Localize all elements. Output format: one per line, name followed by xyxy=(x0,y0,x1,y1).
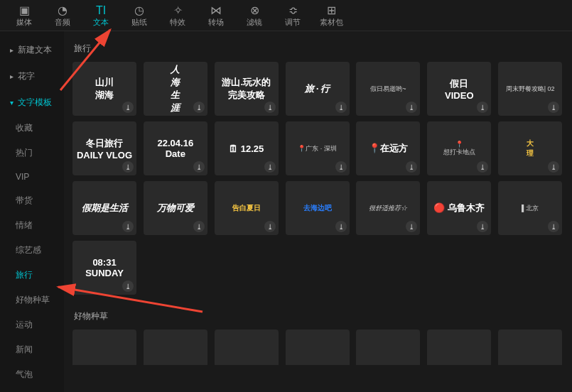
template-card[interactable]: ▌北京⤓ xyxy=(498,181,562,235)
nav-label: 转场 xyxy=(208,17,224,27)
download-icon[interactable]: ⤓ xyxy=(548,161,559,173)
card-text: 假期是生活 xyxy=(82,202,128,214)
template-card[interactable]: 假期是生活⤓ xyxy=(72,181,136,235)
nav-label: 文本 xyxy=(93,17,109,27)
template-card[interactable]: 周末野餐攻略| 02⤓ xyxy=(498,62,562,116)
top-nav-贴纸[interactable]: ◷贴纸 xyxy=(121,0,158,31)
template-card[interactable]: 游山.玩水的 完美攻略⤓ xyxy=(215,62,279,116)
sidebar-sub-情绪[interactable]: 情绪 xyxy=(0,213,64,238)
card-text: 万物可爱 xyxy=(157,202,194,214)
card-text: 人 海 生 涯 xyxy=(171,63,180,114)
download-icon[interactable]: ⤓ xyxy=(406,102,417,113)
download-icon[interactable]: ⤓ xyxy=(122,221,134,232)
card-text: 假日易逝哟~ xyxy=(370,85,406,94)
card-text: 山川 湖海 xyxy=(95,76,114,102)
top-nav-转场[interactable]: ⋈转场 xyxy=(198,0,234,31)
template-card[interactable]: 08:31 SUNDAY⤓ xyxy=(72,241,136,295)
sidebar-sub-综艺感[interactable]: 综艺感 xyxy=(0,238,64,263)
card-text: 📍在远方 xyxy=(369,142,408,155)
template-card[interactable] xyxy=(144,330,207,365)
card-text: 冬日旅行 DAILY VLOG xyxy=(77,137,132,160)
top-nav-音频[interactable]: ◔音频 xyxy=(44,0,81,31)
download-icon[interactable]: ⤓ xyxy=(406,221,417,232)
top-nav-特效[interactable]: ✧特效 xyxy=(159,0,196,31)
download-icon[interactable]: ⤓ xyxy=(193,161,205,173)
download-icon[interactable]: ⤓ xyxy=(548,102,559,113)
template-card[interactable]: 冬日旅行 DAILY VLOG⤓ xyxy=(72,121,136,175)
template-card[interactable]: 大 理⤓ xyxy=(498,121,562,175)
sidebar-sub-带货[interactable]: 带货 xyxy=(0,188,64,213)
nav-icon: ≎ xyxy=(288,4,298,17)
sidebar-sub-运动[interactable]: 运动 xyxy=(0,312,64,337)
nav-icon: ✧ xyxy=(173,4,183,17)
top-nav-媒体[interactable]: ▣媒体 xyxy=(6,0,43,31)
template-card[interactable]: 告白夏日⤓ xyxy=(215,181,279,235)
template-card[interactable]: 📍 想打卡地点⤓ xyxy=(427,121,491,175)
download-icon[interactable]: ⤓ xyxy=(477,221,488,232)
sidebar-item-文字模板[interactable]: 文字模板 xyxy=(0,89,64,116)
download-icon[interactable]: ⤓ xyxy=(193,102,205,113)
template-card[interactable]: 去海边吧⤓ xyxy=(286,181,350,235)
sidebar-sub-新闻[interactable]: 新闻 xyxy=(0,337,64,362)
nav-icon: ▣ xyxy=(19,4,30,17)
download-icon[interactable]: ⤓ xyxy=(477,102,488,113)
template-card[interactable]: 很舒适推荐☆⤓ xyxy=(356,181,420,235)
sidebar-sub-热门[interactable]: 热门 xyxy=(0,141,64,165)
template-card[interactable]: 📍在远方⤓ xyxy=(356,121,420,175)
template-card[interactable] xyxy=(427,330,491,365)
template-card[interactable]: 22.04.16 Date⤓ xyxy=(144,121,207,175)
top-nav-素材包[interactable]: ⊞素材包 xyxy=(313,0,350,31)
template-card[interactable]: 万物可爱⤓ xyxy=(144,181,207,235)
template-card[interactable]: 假日易逝哟~⤓ xyxy=(356,62,420,116)
card-text: 周末野餐攻略| 02 xyxy=(506,85,555,94)
top-nav-调节[interactable]: ≎调节 xyxy=(274,0,311,31)
sidebar-item-新建文本[interactable]: 新建文本 xyxy=(0,37,64,63)
template-card[interactable]: 📍广东 · 深圳⤓ xyxy=(286,121,350,175)
sidebar-sub-好物种草[interactable]: 好物种草 xyxy=(0,288,64,312)
template-card[interactable] xyxy=(286,330,350,365)
template-card[interactable]: 旅 · 行⤓ xyxy=(286,62,350,116)
sidebar-sub-VIP[interactable]: VIP xyxy=(0,165,64,188)
card-text: 📍广东 · 深圳 xyxy=(298,144,337,153)
card-text: 08:31 SUNDAY xyxy=(75,257,134,278)
download-icon[interactable]: ⤓ xyxy=(477,161,488,173)
nav-label: 音频 xyxy=(55,17,70,27)
template-card[interactable] xyxy=(356,330,420,365)
download-icon[interactable]: ⤓ xyxy=(548,221,559,232)
template-card[interactable]: 🗓 12.25⤓ xyxy=(215,121,279,175)
card-text: 很舒适推荐☆ xyxy=(369,204,407,213)
download-icon[interactable]: ⤓ xyxy=(122,281,134,292)
sidebar-item-花字[interactable]: 花字 xyxy=(0,63,64,89)
download-icon[interactable]: ⤓ xyxy=(335,221,347,232)
sidebar-sub-气泡[interactable]: 气泡 xyxy=(0,362,64,387)
download-icon[interactable]: ⤓ xyxy=(406,161,417,173)
card-text: 去海边吧 xyxy=(303,203,332,213)
template-card[interactable] xyxy=(498,330,562,365)
template-card[interactable]: 山川 湖海⤓ xyxy=(72,62,136,116)
download-icon[interactable]: ⤓ xyxy=(335,102,347,113)
top-nav-文本[interactable]: TI文本 xyxy=(82,0,119,31)
top-nav-滤镜[interactable]: ⊗滤镜 xyxy=(236,0,273,31)
template-card[interactable]: 人 海 生 涯⤓ xyxy=(144,62,207,116)
card-text: 游山.玩水的 完美攻略 xyxy=(222,76,271,102)
card-text: 大 理 xyxy=(527,138,534,158)
sidebar-sub-收藏[interactable]: 收藏 xyxy=(0,116,64,141)
nav-label: 特效 xyxy=(170,17,185,27)
nav-icon: ◷ xyxy=(134,4,144,17)
download-icon[interactable]: ⤓ xyxy=(264,161,276,173)
section-title-旅行: 旅行 xyxy=(74,43,563,55)
download-icon[interactable]: ⤓ xyxy=(335,161,347,173)
download-icon[interactable]: ⤓ xyxy=(193,221,205,232)
template-card[interactable]: 假日 VIDEO⤓ xyxy=(427,62,491,116)
download-icon[interactable]: ⤓ xyxy=(264,221,276,232)
download-icon[interactable]: ⤓ xyxy=(122,102,134,113)
template-card[interactable]: 🔴 乌鲁木齐⤓ xyxy=(427,181,491,235)
download-icon[interactable]: ⤓ xyxy=(264,102,276,113)
sidebar-sub-旅行[interactable]: 旅行 xyxy=(0,263,64,288)
nav-label: 贴纸 xyxy=(131,17,147,27)
download-icon[interactable]: ⤓ xyxy=(122,161,134,173)
template-card[interactable] xyxy=(215,330,279,365)
template-card[interactable] xyxy=(72,330,136,365)
nav-label: 滤镜 xyxy=(247,17,262,27)
nav-label: 媒体 xyxy=(16,17,32,27)
